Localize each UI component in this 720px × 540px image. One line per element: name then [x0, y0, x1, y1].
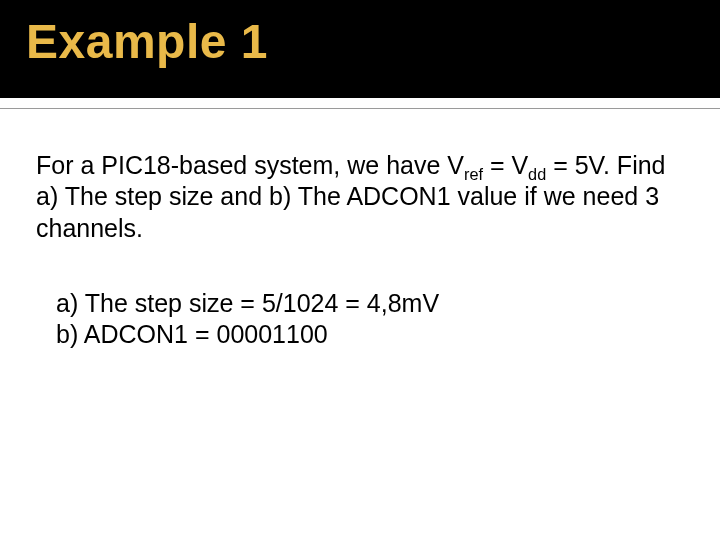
answers: a) The step size = 5/1024 = 4,8mV b) ADC… [56, 288, 676, 351]
problem-text-5: channels. [36, 214, 143, 242]
subscript-dd: dd [528, 165, 546, 183]
subscript-ref: ref [464, 165, 483, 183]
problem-text-4: a) The step size and b) The ADCON1 value… [36, 182, 659, 210]
problem-text-3: = 5V. Find [546, 151, 665, 179]
problem-statement: For a PIC18-based system, we have Vref =… [36, 150, 676, 244]
problem-text-1: For a PIC18-based system, we have V [36, 151, 464, 179]
slide: Example 1 For a PIC18-based system, we h… [0, 0, 720, 540]
problem-text-2: = V [483, 151, 528, 179]
answer-a: a) The step size = 5/1024 = 4,8mV [56, 288, 676, 319]
title-underline [0, 108, 720, 109]
slide-title: Example 1 [26, 14, 268, 69]
answer-b: b) ADCON1 = 00001100 [56, 319, 676, 350]
title-band: Example 1 [0, 0, 720, 98]
